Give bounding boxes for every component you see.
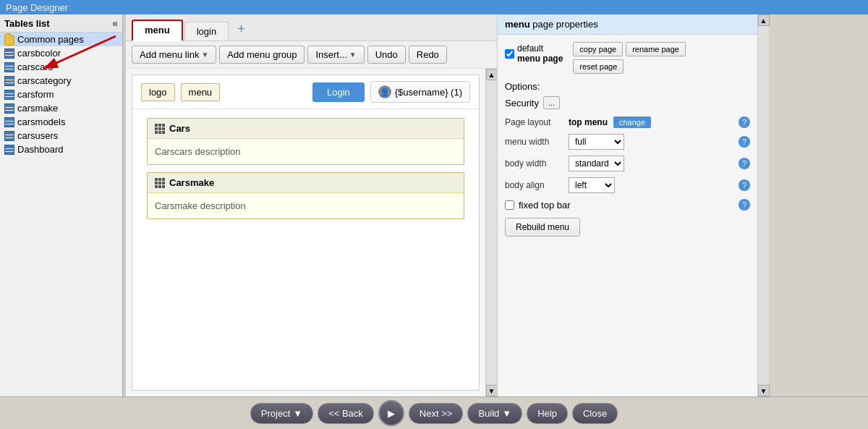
security-button[interactable]: ... <box>543 96 560 109</box>
canvas-scrollbar[interactable]: ▲ ▼ <box>485 69 497 396</box>
sidebar-item-carsform[interactable]: carsform <box>0 88 122 101</box>
body-width-help-button[interactable]: ? <box>739 158 750 169</box>
menu-menu-item[interactable]: menu <box>181 83 221 101</box>
menu-preview-bar: logo menu Login 👤 {$username} (1) <box>132 75 479 109</box>
app-title: Page Designer <box>6 2 68 13</box>
table-icon <box>4 145 14 155</box>
sidebar-item-dashboard[interactable]: Dashboard <box>0 143 122 156</box>
table-icon <box>4 103 14 114</box>
menu-width-select[interactable]: full standard narrow <box>569 134 624 150</box>
panel-scroll-up[interactable]: ▲ <box>758 14 770 26</box>
table-icon <box>4 117 14 127</box>
sidebar-item-carscategory[interactable]: carscategory <box>0 74 122 88</box>
title-bar: Page Designer <box>0 0 868 14</box>
sidebar-item-label: carsmodels <box>17 116 65 127</box>
folder-icon <box>4 35 14 46</box>
security-row: Security ... <box>505 96 750 109</box>
build-dropdown-icon: ▼ <box>502 408 511 419</box>
logo-menu-item[interactable]: logo <box>141 83 175 101</box>
sidebar-item-common-pages[interactable]: Common pages <box>0 33 122 46</box>
main-layout: Tables list « Common pages carsbcolor ca… <box>0 14 868 396</box>
sidebar-item-label: carsform <box>17 89 54 100</box>
body-align-help-button[interactable]: ? <box>739 179 750 191</box>
table-icon <box>4 62 14 72</box>
options-row: Options: <box>505 81 750 92</box>
dropdown-arrow-icon: ▼ <box>201 51 208 59</box>
back-button[interactable]: << Back <box>318 403 374 424</box>
sidebar-item-carsusers[interactable]: carsusers <box>0 129 122 143</box>
fixed-top-bar-help-button[interactable]: ? <box>739 199 750 211</box>
default-checkbox[interactable] <box>505 49 514 59</box>
grid-icon <box>155 178 165 188</box>
copy-page-button[interactable]: copy page <box>573 42 623 56</box>
tab-menu[interactable]: menu <box>132 20 183 41</box>
user-preview-button[interactable]: 👤 {$username} (1) <box>370 81 470 103</box>
sidebar-item-carsmake[interactable]: carsmake <box>0 101 122 115</box>
sidebar-item-label: carsusers <box>17 130 58 141</box>
undo-button[interactable]: Undo <box>367 46 406 64</box>
content-area: menu login + Add menu link ▼ Add menu gr… <box>126 14 497 396</box>
build-button[interactable]: Build ▼ <box>467 403 522 424</box>
run-button[interactable]: ▶ <box>378 400 404 426</box>
panel-scrollbar[interactable]: ▲ ▼ <box>757 14 769 396</box>
page-canvas-wrapper: logo menu Login 👤 {$username} (1) <box>126 69 497 396</box>
next-button[interactable]: Next >> <box>409 403 464 424</box>
carsmake-card-header: Carsmake <box>148 173 464 193</box>
sidebar-item-carsmodels[interactable]: carsmodels <box>0 115 122 129</box>
sidebar-item-label: carscategory <box>17 75 71 86</box>
table-icon <box>4 131 14 141</box>
panel-scroll-down[interactable]: ▼ <box>758 385 770 396</box>
login-preview-button[interactable]: Login <box>312 82 365 102</box>
sidebar-item-carscars[interactable]: carscars <box>0 60 122 74</box>
project-dropdown-icon: ▼ <box>293 408 302 419</box>
rebuild-menu-button[interactable]: Rebuild menu <box>505 218 580 237</box>
right-panel-wrapper: menu page properties default menu page <box>497 14 868 396</box>
redo-button[interactable]: Redo <box>409 46 447 64</box>
carsmake-card-body: Carsmake description <box>148 193 464 218</box>
carsmake-card[interactable]: Carsmake Carsmake description <box>147 172 464 219</box>
table-icon <box>4 48 14 59</box>
sidebar-item-carsbcolor[interactable]: carsbcolor <box>0 46 122 60</box>
tab-login[interactable]: login <box>184 22 229 41</box>
cars-card-header: Cars <box>148 119 464 139</box>
help-button[interactable]: Help <box>527 403 568 424</box>
menu-width-help-button[interactable]: ? <box>739 136 750 148</box>
project-button[interactable]: Project ▼ <box>250 403 313 424</box>
scroll-down-arrow[interactable]: ▼ <box>486 385 498 396</box>
body-width-select[interactable]: standard full narrow <box>569 156 624 171</box>
body-align-select[interactable]: left center right <box>569 177 615 193</box>
page-canvas: logo menu Login 👤 {$username} (1) <box>132 75 480 391</box>
cars-card-body: Carscars description <box>148 139 464 164</box>
table-icon <box>4 90 14 100</box>
body-align-row: body align left center right ? <box>505 177 750 193</box>
collapse-button[interactable]: « <box>112 17 118 29</box>
run-icon: ▶ <box>388 408 395 419</box>
sidebar: Tables list « Common pages carsbcolor ca… <box>0 14 123 396</box>
user-icon: 👤 <box>378 85 391 98</box>
change-layout-button[interactable]: change <box>613 116 651 128</box>
bottom-bar: Project ▼ << Back ▶ Next >> Build ▼ Help… <box>0 396 868 429</box>
menu-width-row: menu width full standard narrow ? <box>505 134 750 150</box>
tab-bar: menu login + <box>126 14 497 41</box>
sidebar-item-label: Dashboard <box>17 144 64 155</box>
tab-add-button[interactable]: + <box>230 19 252 39</box>
rename-page-button[interactable]: rename page <box>626 42 686 56</box>
scroll-up-arrow[interactable]: ▲ <box>486 69 498 80</box>
add-menu-group-button[interactable]: Add menu group <box>219 46 305 64</box>
sidebar-item-label: carsmake <box>17 103 58 114</box>
sidebar-item-label: carscars <box>17 61 53 72</box>
insert-button[interactable]: Insert... ▼ <box>307 46 364 64</box>
toolbar: Add menu link ▼ Add menu group Insert...… <box>126 41 497 69</box>
fixed-top-bar-checkbox[interactable] <box>505 200 514 210</box>
grid-icon <box>155 124 165 134</box>
close-button[interactable]: Close <box>572 403 618 424</box>
right-panel: menu page properties default menu page <box>497 14 757 396</box>
panel-header: menu page properties <box>498 14 757 35</box>
dropdown-arrow-icon: ▼ <box>349 51 357 59</box>
page-layout-help-button[interactable]: ? <box>739 116 750 128</box>
rebuild-menu-row: Rebuild menu <box>505 218 750 237</box>
add-menu-link-button[interactable]: Add menu link ▼ <box>132 46 216 64</box>
cars-card[interactable]: Cars Carscars description <box>147 118 464 165</box>
reset-page-button[interactable]: reset page <box>573 59 624 74</box>
sidebar-title: Tables list <box>4 18 50 29</box>
